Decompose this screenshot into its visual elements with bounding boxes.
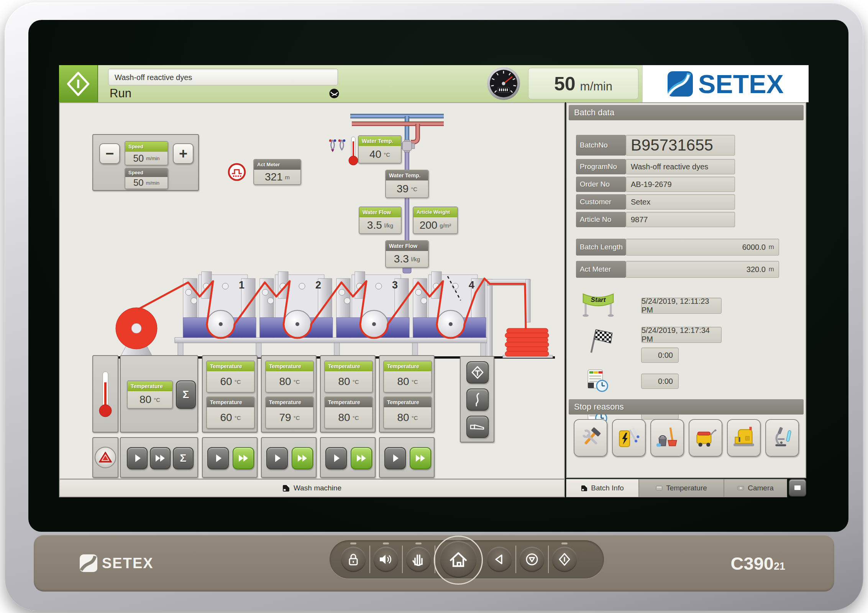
svg-text:2: 2: [315, 279, 321, 291]
start-banner-icon: Start: [582, 292, 614, 318]
wash-unit-1: 1: [183, 272, 256, 338]
stop-button[interactable]: [519, 547, 545, 572]
window-icon: [794, 485, 801, 491]
section-3-run-button[interactable]: [325, 447, 347, 469]
stop-reason-transport-button[interactable]: [689, 419, 722, 457]
program-no-value: Wash-off reactive dyes: [626, 159, 735, 174]
doffer-button[interactable]: [466, 361, 489, 384]
section-1-run-button[interactable]: [207, 447, 229, 469]
microscope-icon: [770, 426, 794, 450]
machine-status-label: Run: [110, 87, 131, 100]
alarm-button[interactable]: [95, 447, 116, 468]
batch-row-label: Article No: [576, 212, 626, 227]
section-2-fast-button[interactable]: [292, 447, 313, 469]
speed-increase-button[interactable]: +: [173, 143, 194, 164]
water-flow-setpoint-display: Water Flow 3.5l/kg: [359, 207, 402, 234]
act-meter-row-label: Act Meter: [576, 261, 626, 278]
tab-camera-label: Camera: [748, 484, 774, 492]
alarm-box: [92, 437, 118, 478]
finish-flag-icon: [587, 328, 613, 354]
stop-reason-mechanical-button[interactable]: [574, 419, 607, 457]
svg-text:3: 3: [392, 279, 398, 291]
speed-decrease-button[interactable]: −: [99, 143, 120, 164]
start-button[interactable]: [552, 547, 577, 572]
stop-reason-laboratory-button[interactable]: [765, 419, 799, 457]
model-number: C39021: [731, 553, 785, 574]
device-bezel: SETEX: [34, 535, 834, 592]
temp-section-2: Temperature 80°C Temperature 79°C: [261, 355, 317, 433]
back-button[interactable]: [487, 547, 512, 572]
dosing-valves-icon: [329, 139, 345, 152]
tab-temperature[interactable]: Temperature: [639, 479, 724, 497]
water-temp-setpoint-display: Water Temp. 40°C: [358, 135, 402, 164]
home-button[interactable]: [440, 541, 477, 578]
thermometer-icon: [349, 137, 358, 165]
stop-reason-electrical-button[interactable]: [612, 419, 646, 457]
section-1-fast-button[interactable]: [233, 447, 254, 469]
tab-batch-info-label: Batch Info: [591, 484, 624, 492]
transport-cart-icon: [694, 426, 717, 450]
lock-icon: [346, 552, 360, 566]
start-diamond-icon: [63, 69, 93, 99]
home-icon: [448, 549, 468, 569]
brand-logo: SETEX: [642, 65, 809, 102]
minus-icon: −: [105, 146, 114, 162]
batch-length-value: 6000.0m: [626, 239, 779, 256]
collapse-panel-button[interactable]: [789, 479, 806, 497]
act-meter-display: Act Meter 321m: [253, 159, 301, 185]
section-1-controls: [202, 437, 258, 478]
right-tab-bar: Batch Info Temperature Camera: [566, 479, 806, 497]
section-3-fast-button[interactable]: [351, 447, 372, 469]
screen: Wash-off reactive dyes Run: [28, 20, 848, 532]
section-4-controls: [379, 437, 435, 478]
setex-logo-icon: [668, 71, 693, 97]
batch-row-label: ProgramNo: [576, 159, 626, 174]
led-indicator: [350, 543, 356, 544]
volume-button[interactable]: [373, 547, 399, 572]
svg-text:4: 4: [469, 279, 474, 291]
section-4-run-button[interactable]: [384, 447, 406, 469]
speaker-icon: [379, 552, 393, 566]
led-indicator: [561, 543, 568, 544]
manual-mode-button[interactable]: [406, 547, 431, 572]
tab-camera[interactable]: Camera: [724, 479, 787, 497]
play-icon: [391, 454, 400, 463]
seam-button[interactable]: [466, 388, 489, 411]
program-name-field[interactable]: Wash-off reactive dyes: [108, 69, 338, 85]
utility-button-column: [460, 356, 494, 443]
stop-reason-sewing-button[interactable]: [727, 419, 761, 457]
play-icon: [213, 454, 223, 463]
fast-forward-icon: [155, 454, 166, 463]
speed-setpoint-display: Speed 50m/min: [125, 141, 168, 166]
run-status-icon: [59, 65, 98, 102]
step-button[interactable]: [127, 447, 148, 469]
sum-run-button[interactable]: Σ: [173, 447, 194, 469]
globe-icon[interactable]: [329, 88, 340, 99]
tab-batch-info[interactable]: Batch Info: [566, 479, 639, 497]
fast-forward-icon: [238, 454, 249, 463]
temperature-sum-button[interactable]: Σ: [176, 380, 196, 409]
back-arrow-icon: [493, 553, 506, 566]
lock-button[interactable]: [341, 547, 366, 572]
section-2-run-button[interactable]: [266, 447, 288, 469]
article-weight-display: Article Weight 200g/m²: [413, 207, 458, 234]
batch-row-label: BatchNo: [576, 135, 626, 156]
article-no-value: 9877: [626, 212, 735, 227]
top-bar: Wash-off reactive dyes Run: [59, 65, 809, 102]
hand-icon: [411, 552, 426, 567]
speed-gauge-icon: [487, 67, 520, 100]
horn-button[interactable]: [466, 416, 489, 438]
temperature-main-display: Temperature 80°C: [127, 380, 173, 409]
play-icon: [272, 454, 282, 463]
start-icon: [557, 552, 572, 567]
fast-forward-button[interactable]: [150, 447, 171, 469]
section-4-fast-button[interactable]: [410, 447, 431, 469]
led-indicator: [383, 543, 389, 544]
start-time-field: 5/24/2019, 12:11:23 PM: [641, 298, 722, 314]
play-icon: [331, 454, 341, 463]
tab-wash-machine[interactable]: Wash machine: [59, 479, 565, 497]
electrical-icon: [617, 426, 641, 450]
act-meter-row-value: 320.0m: [626, 261, 779, 278]
bezel-logo: SETEX: [80, 554, 154, 572]
stop-reason-cleaning-button[interactable]: [650, 419, 684, 457]
